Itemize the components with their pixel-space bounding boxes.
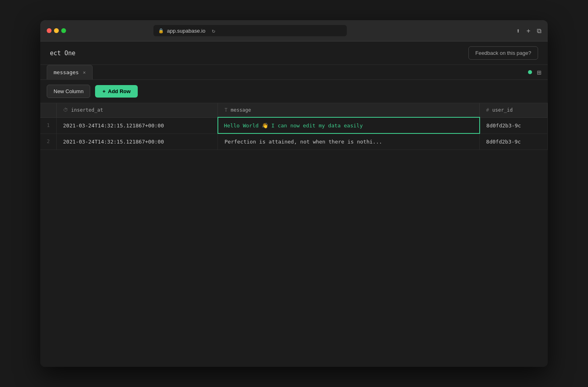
- data-table: ⏱ inserted_at T message: [40, 103, 548, 150]
- th-row-num: [40, 103, 56, 117]
- url-text: app.supabase.io: [167, 28, 205, 34]
- feedback-button[interactable]: Feedback on this page?: [468, 46, 538, 60]
- table-row[interactable]: 12021-03-24T14:32:15.121867+00:00Hello W…: [40, 117, 548, 133]
- tab-bar: messages × ⊞: [40, 65, 548, 80]
- reload-button[interactable]: ↻: [212, 27, 215, 34]
- text-icon: T: [224, 107, 227, 113]
- schema-icon[interactable]: ⊞: [537, 68, 541, 77]
- cell-message[interactable]: Perfection is attained, not when there i…: [218, 133, 480, 150]
- browser-chrome: 🔒 app.supabase.io ↻ ⬆ + ⧉: [40, 20, 548, 42]
- cell-message[interactable]: Hello World 👋 I can now edit my data eas…: [218, 117, 480, 133]
- datetime-icon: ⏱: [63, 107, 68, 113]
- lock-icon: 🔒: [158, 28, 164, 33]
- tab-label: messages: [54, 69, 79, 75]
- table-header-row: ⏱ inserted_at T message: [40, 103, 548, 117]
- tab-list: messages ×: [47, 65, 93, 79]
- empty-area: [40, 235, 548, 367]
- tab-right-actions: ⊞: [528, 68, 541, 77]
- table-row[interactable]: 22021-03-24T14:32:15.121867+00:00Perfect…: [40, 133, 548, 150]
- dot-fullscreen[interactable]: [61, 28, 66, 33]
- add-row-label: Add Row: [108, 88, 130, 94]
- toolbar: New Column + Add Row: [40, 80, 548, 103]
- project-name: ect One: [50, 50, 75, 57]
- browser-window: 🔒 app.supabase.io ↻ ⬆ + ⧉ ect One Feedba…: [40, 20, 548, 367]
- browser-actions: ⬆ + ⧉: [516, 27, 541, 35]
- share-icon[interactable]: ⬆: [516, 27, 520, 35]
- col-user-id-label: user_id: [492, 107, 513, 113]
- messages-tab[interactable]: messages ×: [47, 65, 93, 79]
- tabs-icon[interactable]: ⧉: [537, 27, 541, 35]
- number-icon: #: [486, 107, 489, 113]
- cell-inserted-at[interactable]: 2021-03-24T14:32:15.121867+00:00: [56, 133, 218, 150]
- table-container[interactable]: ⏱ inserted_at T message: [40, 103, 548, 235]
- dot-minimize[interactable]: [54, 28, 59, 33]
- cell-message-editing-content[interactable]: Hello World 👋 I can now edit my data eas…: [218, 118, 479, 133]
- app-content: ect One Feedback on this page? messages …: [40, 42, 548, 367]
- address-bar[interactable]: 🔒 app.supabase.io ↻: [153, 25, 347, 36]
- cell-user-id[interactable]: 8d0fd2b3-9c: [480, 117, 548, 133]
- tab-close-button[interactable]: ×: [83, 70, 86, 75]
- th-message[interactable]: T message: [218, 103, 480, 117]
- new-tab-icon[interactable]: +: [526, 27, 530, 35]
- th-inserted-at[interactable]: ⏱ inserted_at: [56, 103, 218, 117]
- new-column-button[interactable]: New Column: [47, 85, 90, 98]
- col-inserted-at-label: inserted_at: [71, 107, 103, 113]
- browser-dots: [47, 28, 66, 33]
- add-row-plus-icon: +: [102, 88, 106, 94]
- add-row-button[interactable]: + Add Row: [95, 85, 138, 98]
- connection-status-dot: [528, 70, 532, 74]
- app-header: ect One Feedback on this page?: [40, 42, 548, 65]
- dot-close[interactable]: [47, 28, 52, 33]
- cell-row-num: 2: [40, 133, 56, 150]
- cell-inserted-at[interactable]: 2021-03-24T14:32:15.121867+00:00: [56, 117, 218, 133]
- cell-user-id[interactable]: 8d0fd2b3-9c: [480, 133, 548, 150]
- th-user-id[interactable]: # user_id: [480, 103, 548, 117]
- col-message-label: message: [231, 107, 251, 113]
- cell-row-num: 1: [40, 117, 56, 133]
